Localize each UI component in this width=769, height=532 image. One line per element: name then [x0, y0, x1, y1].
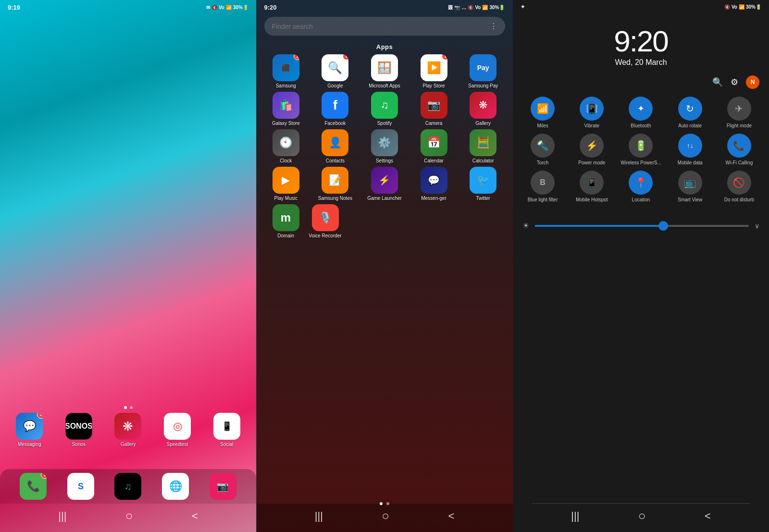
- spotify2-icon[interactable]: ♫: [371, 92, 398, 119]
- app-playmusic[interactable]: ▶ Play Music: [266, 167, 306, 201]
- samsung-icon[interactable]: ⬛ 1: [273, 54, 299, 81]
- app-snotes[interactable]: 📝 Samsung Notes: [315, 167, 355, 201]
- settings-icon[interactable]: ⚙️: [371, 129, 398, 156]
- app-chrome-dock[interactable]: 🌐: [156, 473, 195, 502]
- app-samsungpay[interactable]: Pay Samsung Pay: [463, 54, 503, 89]
- contacts-icon[interactable]: 👤: [322, 129, 348, 156]
- qt-autorotate[interactable]: ↻ Auto rotate: [668, 97, 712, 129]
- nav-home-1[interactable]: ○: [125, 508, 133, 523]
- user-avatar[interactable]: N: [746, 75, 759, 89]
- app-clock[interactable]: 🕙 Clock: [266, 129, 306, 164]
- qt-bluetooth[interactable]: ✦ Bluetooth: [619, 97, 663, 129]
- sonos-icon[interactable]: SONOS: [65, 413, 92, 440]
- brightness-chevron[interactable]: ∨: [755, 222, 759, 230]
- qt-mobiledata-btn[interactable]: ↑↓: [678, 134, 702, 158]
- qt-smartview[interactable]: 📺 Smart View: [668, 171, 712, 203]
- qt-miles-btn[interactable]: 📶: [531, 97, 555, 121]
- app-calculator[interactable]: 🧮 Calculator: [463, 129, 503, 164]
- chrome-icon[interactable]: 🌐: [162, 473, 189, 500]
- facebook-icon[interactable]: f: [322, 92, 348, 119]
- app-playstore[interactable]: ▶️ 1 Play Store: [414, 54, 454, 89]
- camera2-icon[interactable]: 📷: [421, 92, 447, 119]
- nav-back-1[interactable]: <: [192, 510, 198, 522]
- nav-back-3[interactable]: <: [705, 510, 711, 522]
- camera-dock-icon[interactable]: 📷: [210, 473, 236, 500]
- playstore-icon[interactable]: ▶️ 1: [421, 54, 447, 81]
- app-galaxystore[interactable]: 🛍️ Galaxy Store: [266, 92, 306, 126]
- nav-recent-1[interactable]: |||: [58, 510, 66, 522]
- calculator-icon[interactable]: 🧮: [470, 129, 496, 156]
- qt-wirelesspowers-btn[interactable]: 🔋: [629, 134, 653, 158]
- nav-back-2[interactable]: <: [448, 510, 454, 522]
- clock-icon[interactable]: 🕙: [273, 129, 299, 156]
- gallery2-icon[interactable]: ❋: [470, 92, 496, 119]
- qt-location-btn[interactable]: 📍: [629, 171, 653, 195]
- qt-wificalling-btn[interactable]: 📞: [727, 134, 751, 158]
- speedtest-icon[interactable]: ◎: [164, 413, 191, 440]
- qt-location[interactable]: 📍 Location: [619, 171, 663, 203]
- app-gallery-p1[interactable]: ❋ Gallery: [108, 413, 148, 447]
- qt-bluetooth-btn[interactable]: ✦: [629, 97, 653, 121]
- app-calendar[interactable]: 📅 Calendar: [414, 129, 454, 164]
- settings-panel-icon[interactable]: ⚙: [731, 77, 738, 87]
- app-msapps[interactable]: 🪟 Microsoft Apps: [365, 54, 404, 89]
- qt-wificalling[interactable]: 📞 Wi-Fi Calling: [717, 134, 761, 166]
- spotify-dock-icon[interactable]: ♫: [114, 473, 141, 500]
- qt-vibrate[interactable]: 📳 Vibrate: [570, 97, 614, 129]
- qt-torch[interactable]: 🔦 Torch: [521, 134, 565, 166]
- samsungpay-icon[interactable]: Pay: [470, 54, 496, 81]
- app-spotify2[interactable]: ♫ Spotify: [365, 92, 404, 126]
- app-speedtest[interactable]: ◎ Speedtest: [158, 413, 197, 447]
- brightness-track[interactable]: [535, 225, 749, 227]
- snotes-icon[interactable]: 📝: [322, 167, 348, 194]
- qt-miles[interactable]: 📶 Miles: [521, 97, 565, 129]
- nav-home-3[interactable]: ○: [638, 508, 646, 523]
- app-messaging[interactable]: 💬 4 Messaging: [10, 413, 49, 447]
- app-messenger[interactable]: 💬 Messen-ger: [414, 167, 454, 201]
- twitter-icon[interactable]: 🐦: [470, 167, 496, 194]
- qt-wirelesspowers[interactable]: 🔋 Wireless PowerS...: [619, 134, 663, 166]
- brightness-thumb[interactable]: [658, 221, 668, 231]
- messenger-icon[interactable]: 💬: [421, 167, 447, 194]
- app-swiftkey[interactable]: S: [61, 473, 100, 502]
- finder-menu-icon[interactable]: ⋮: [490, 22, 497, 31]
- app-samsung[interactable]: ⬛ 1 Samsung: [266, 54, 306, 89]
- gallery-p1-icon[interactable]: ❋: [114, 413, 141, 440]
- messaging-icon[interactable]: 💬 4: [16, 413, 43, 440]
- msapps-icon[interactable]: 🪟: [371, 54, 398, 81]
- finder-input[interactable]: [272, 23, 486, 30]
- app-contacts[interactable]: 👤 Contacts: [315, 129, 355, 164]
- nav-recent-3[interactable]: |||: [571, 510, 579, 522]
- calendar-icon[interactable]: 📅: [421, 129, 447, 156]
- app-spotify-dock[interactable]: ♫: [108, 473, 148, 502]
- social-icon[interactable]: 📱: [213, 413, 240, 440]
- qt-mobiledata[interactable]: ↑↓ Mobile data: [668, 134, 712, 166]
- voicerecorder-icon[interactable]: 🎙️: [312, 204, 339, 231]
- qt-powermode-btn[interactable]: ⚡: [580, 134, 604, 158]
- app-twitter[interactable]: 🐦 Twitter: [463, 167, 503, 201]
- nav-recent-2[interactable]: |||: [315, 510, 323, 522]
- galaxystore-icon[interactable]: 🛍️: [273, 92, 299, 119]
- app-phone[interactable]: 📞 1: [13, 473, 53, 502]
- app-facebook[interactable]: f Facebook: [315, 92, 355, 126]
- qt-donotdisturb[interactable]: 🚫 Do not disturb: [717, 171, 761, 203]
- qt-bluelightfilter-btn[interactable]: B: [531, 171, 555, 195]
- phone-icon[interactable]: 📞 1: [20, 473, 47, 500]
- qt-mobilehotspot-btn[interactable]: 📱: [580, 171, 604, 195]
- app-voicerecorder[interactable]: 🎙️ Voice Recorder: [306, 204, 345, 239]
- google-icon[interactable]: 🔍 6: [322, 54, 348, 81]
- app-gamelauncher[interactable]: ⚡ Game Launcher: [365, 167, 404, 201]
- app-gallery2[interactable]: ❋ Gallery: [463, 92, 503, 126]
- qt-torch-btn[interactable]: 🔦: [531, 134, 555, 158]
- qt-autorotate-btn[interactable]: ↻: [678, 97, 702, 121]
- app-camera2[interactable]: 📷 Camera: [414, 92, 454, 126]
- swiftkey-icon[interactable]: S: [67, 473, 94, 500]
- qt-smartview-btn[interactable]: 📺: [678, 171, 702, 195]
- app-social[interactable]: 📱 Social: [207, 413, 247, 447]
- search-icon[interactable]: 🔍: [712, 77, 723, 87]
- app-sonos[interactable]: SONOS Sonos: [59, 413, 99, 447]
- app-google[interactable]: 🔍 6 Google: [315, 54, 355, 89]
- qt-bluelightfilter[interactable]: B Blue light filter: [521, 171, 565, 203]
- app-camera-dock[interactable]: 📷: [203, 473, 243, 502]
- qt-flightmode[interactable]: ✈ Flight mode: [717, 97, 761, 129]
